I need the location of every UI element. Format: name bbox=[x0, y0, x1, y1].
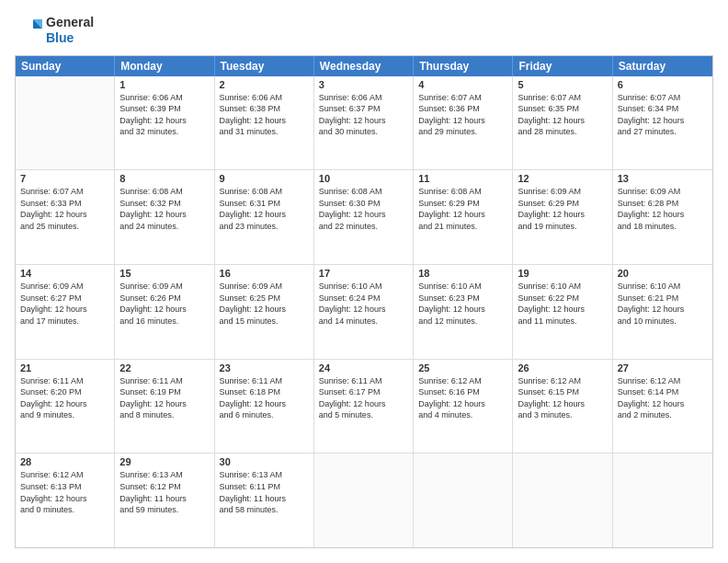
day-number: 26 bbox=[518, 362, 607, 373]
calendar-cell: 22Sunrise: 6:11 AM Sunset: 6:19 PM Dayli… bbox=[115, 360, 214, 454]
calendar-cell bbox=[314, 454, 414, 547]
calendar-header: SundayMondayTuesdayWednesdayThursdayFrid… bbox=[16, 56, 712, 76]
cell-info: Sunrise: 6:06 AM Sunset: 6:37 PM Dayligh… bbox=[319, 92, 408, 138]
day-number: 11 bbox=[418, 173, 507, 184]
cell-info: Sunrise: 6:11 AM Sunset: 6:17 PM Dayligh… bbox=[319, 375, 408, 421]
calendar-cell: 30Sunrise: 6:13 AM Sunset: 6:11 PM Dayli… bbox=[215, 454, 314, 547]
calendar-cell: 24Sunrise: 6:11 AM Sunset: 6:17 PM Dayli… bbox=[314, 360, 414, 454]
day-number: 14 bbox=[20, 268, 109, 279]
day-number: 15 bbox=[119, 268, 209, 279]
calendar-cell: 21Sunrise: 6:11 AM Sunset: 6:20 PM Dayli… bbox=[16, 360, 115, 454]
calendar-row: 28Sunrise: 6:12 AM Sunset: 6:13 PM Dayli… bbox=[16, 454, 712, 547]
logo-svg bbox=[15, 16, 44, 45]
calendar: SundayMondayTuesdayWednesdayThursdayFrid… bbox=[15, 55, 713, 548]
calendar-row: 14Sunrise: 6:09 AM Sunset: 6:27 PM Dayli… bbox=[16, 265, 712, 360]
weekday-header: Thursday bbox=[414, 56, 513, 76]
day-number: 5 bbox=[518, 79, 607, 90]
cell-info: Sunrise: 6:06 AM Sunset: 6:39 PM Dayligh… bbox=[119, 92, 209, 138]
day-number: 19 bbox=[518, 268, 607, 279]
calendar-cell bbox=[16, 76, 115, 170]
cell-info: Sunrise: 6:11 AM Sunset: 6:19 PM Dayligh… bbox=[119, 375, 209, 421]
day-number: 3 bbox=[319, 79, 408, 90]
day-number: 24 bbox=[319, 362, 408, 373]
weekday-header: Friday bbox=[513, 56, 612, 76]
cell-info: Sunrise: 6:10 AM Sunset: 6:22 PM Dayligh… bbox=[518, 281, 607, 327]
cell-info: Sunrise: 6:08 AM Sunset: 6:29 PM Dayligh… bbox=[418, 186, 507, 232]
day-number: 12 bbox=[518, 173, 607, 184]
cell-info: Sunrise: 6:11 AM Sunset: 6:18 PM Dayligh… bbox=[220, 375, 309, 421]
calendar-cell bbox=[513, 454, 612, 547]
calendar-cell: 23Sunrise: 6:11 AM Sunset: 6:18 PM Dayli… bbox=[215, 360, 314, 454]
calendar-cell: 2Sunrise: 6:06 AM Sunset: 6:38 PM Daylig… bbox=[215, 76, 314, 170]
calendar-cell: 27Sunrise: 6:12 AM Sunset: 6:14 PM Dayli… bbox=[613, 360, 712, 454]
calendar-cell: 17Sunrise: 6:10 AM Sunset: 6:24 PM Dayli… bbox=[314, 265, 414, 359]
day-number: 9 bbox=[220, 173, 309, 184]
day-number: 21 bbox=[20, 362, 109, 373]
logo-text: General Blue bbox=[46, 15, 94, 46]
cell-info: Sunrise: 6:13 AM Sunset: 6:12 PM Dayligh… bbox=[119, 469, 209, 515]
cell-info: Sunrise: 6:08 AM Sunset: 6:32 PM Dayligh… bbox=[119, 186, 209, 232]
calendar-cell: 9Sunrise: 6:08 AM Sunset: 6:31 PM Daylig… bbox=[215, 170, 314, 264]
calendar-cell: 4Sunrise: 6:07 AM Sunset: 6:36 PM Daylig… bbox=[414, 76, 513, 170]
calendar-cell: 28Sunrise: 6:12 AM Sunset: 6:13 PM Dayli… bbox=[16, 454, 115, 547]
day-number: 2 bbox=[220, 79, 309, 90]
calendar-cell: 15Sunrise: 6:09 AM Sunset: 6:26 PM Dayli… bbox=[115, 265, 214, 359]
calendar-cell: 19Sunrise: 6:10 AM Sunset: 6:22 PM Dayli… bbox=[513, 265, 612, 359]
calendar-cell: 13Sunrise: 6:09 AM Sunset: 6:28 PM Dayli… bbox=[613, 170, 712, 264]
calendar-row: 21Sunrise: 6:11 AM Sunset: 6:20 PM Dayli… bbox=[16, 360, 712, 454]
cell-info: Sunrise: 6:10 AM Sunset: 6:24 PM Dayligh… bbox=[319, 281, 408, 327]
cell-info: Sunrise: 6:09 AM Sunset: 6:29 PM Dayligh… bbox=[518, 186, 607, 232]
calendar-cell: 3Sunrise: 6:06 AM Sunset: 6:37 PM Daylig… bbox=[314, 76, 414, 170]
cell-info: Sunrise: 6:12 AM Sunset: 6:13 PM Dayligh… bbox=[20, 469, 109, 515]
day-number: 17 bbox=[319, 268, 408, 279]
calendar-row: 1Sunrise: 6:06 AM Sunset: 6:39 PM Daylig… bbox=[16, 76, 712, 171]
day-number: 6 bbox=[618, 79, 708, 90]
weekday-header: Tuesday bbox=[215, 56, 314, 76]
calendar-cell: 20Sunrise: 6:10 AM Sunset: 6:21 PM Dayli… bbox=[613, 265, 712, 359]
calendar-cell: 5Sunrise: 6:07 AM Sunset: 6:35 PM Daylig… bbox=[513, 76, 612, 170]
day-number: 18 bbox=[418, 268, 507, 279]
calendar-cell: 26Sunrise: 6:12 AM Sunset: 6:15 PM Dayli… bbox=[513, 360, 612, 454]
weekday-header: Sunday bbox=[16, 56, 115, 76]
day-number: 30 bbox=[220, 456, 309, 467]
weekday-header: Wednesday bbox=[314, 56, 414, 76]
day-number: 8 bbox=[119, 173, 209, 184]
day-number: 4 bbox=[418, 79, 507, 90]
day-number: 7 bbox=[20, 173, 109, 184]
calendar-cell: 11Sunrise: 6:08 AM Sunset: 6:29 PM Dayli… bbox=[414, 170, 513, 264]
cell-info: Sunrise: 6:06 AM Sunset: 6:38 PM Dayligh… bbox=[220, 92, 309, 138]
header: General Blue bbox=[15, 15, 713, 46]
calendar-cell: 18Sunrise: 6:10 AM Sunset: 6:23 PM Dayli… bbox=[414, 265, 513, 359]
cell-info: Sunrise: 6:09 AM Sunset: 6:26 PM Dayligh… bbox=[119, 281, 209, 327]
calendar-cell: 8Sunrise: 6:08 AM Sunset: 6:32 PM Daylig… bbox=[115, 170, 214, 264]
cell-info: Sunrise: 6:07 AM Sunset: 6:36 PM Dayligh… bbox=[418, 92, 507, 138]
cell-info: Sunrise: 6:10 AM Sunset: 6:23 PM Dayligh… bbox=[418, 281, 507, 327]
day-number: 22 bbox=[119, 362, 209, 373]
cell-info: Sunrise: 6:12 AM Sunset: 6:15 PM Dayligh… bbox=[518, 375, 607, 421]
calendar-row: 7Sunrise: 6:07 AM Sunset: 6:33 PM Daylig… bbox=[16, 170, 712, 265]
day-number: 1 bbox=[119, 79, 209, 90]
weekday-header: Monday bbox=[115, 56, 214, 76]
calendar-cell bbox=[414, 454, 513, 547]
weekday-header: Saturday bbox=[613, 56, 712, 76]
cell-info: Sunrise: 6:07 AM Sunset: 6:34 PM Dayligh… bbox=[618, 92, 708, 138]
day-number: 23 bbox=[220, 362, 309, 373]
day-number: 27 bbox=[618, 362, 708, 373]
calendar-cell: 14Sunrise: 6:09 AM Sunset: 6:27 PM Dayli… bbox=[16, 265, 115, 359]
calendar-cell: 29Sunrise: 6:13 AM Sunset: 6:12 PM Dayli… bbox=[115, 454, 214, 547]
calendar-cell: 7Sunrise: 6:07 AM Sunset: 6:33 PM Daylig… bbox=[16, 170, 115, 264]
cell-info: Sunrise: 6:07 AM Sunset: 6:35 PM Dayligh… bbox=[518, 92, 607, 138]
day-number: 16 bbox=[220, 268, 309, 279]
cell-info: Sunrise: 6:10 AM Sunset: 6:21 PM Dayligh… bbox=[618, 281, 708, 327]
day-number: 25 bbox=[418, 362, 507, 373]
calendar-cell: 25Sunrise: 6:12 AM Sunset: 6:16 PM Dayli… bbox=[414, 360, 513, 454]
cell-info: Sunrise: 6:08 AM Sunset: 6:30 PM Dayligh… bbox=[319, 186, 408, 232]
calendar-cell bbox=[613, 454, 712, 547]
page: General Blue SundayMondayTuesdayWednesda… bbox=[0, 0, 728, 563]
day-number: 10 bbox=[319, 173, 408, 184]
calendar-cell: 16Sunrise: 6:09 AM Sunset: 6:25 PM Dayli… bbox=[215, 265, 314, 359]
day-number: 13 bbox=[618, 173, 708, 184]
cell-info: Sunrise: 6:12 AM Sunset: 6:14 PM Dayligh… bbox=[618, 375, 708, 421]
calendar-cell: 10Sunrise: 6:08 AM Sunset: 6:30 PM Dayli… bbox=[314, 170, 414, 264]
cell-info: Sunrise: 6:09 AM Sunset: 6:27 PM Dayligh… bbox=[20, 281, 109, 327]
